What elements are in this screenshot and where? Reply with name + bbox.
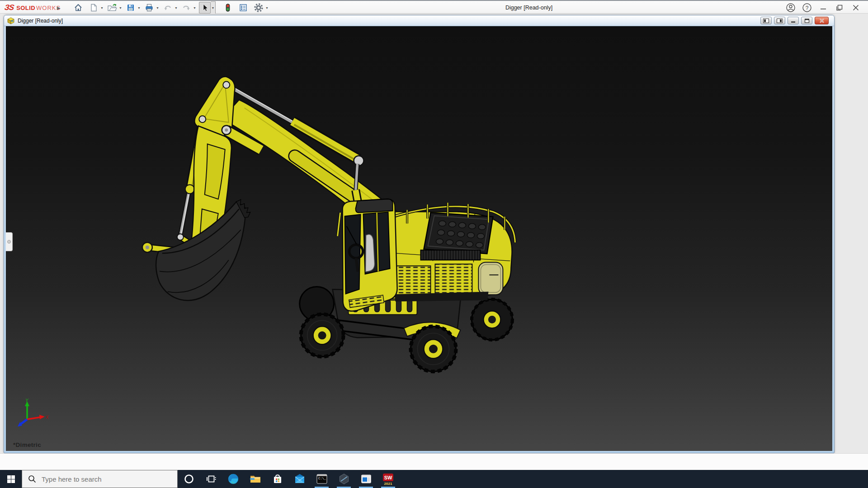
taskbar-item-cortana[interactable]	[178, 470, 200, 488]
file-properties-button[interactable]	[237, 2, 249, 14]
restore-icon	[835, 3, 844, 13]
gear-icon	[254, 3, 264, 13]
account-icon	[786, 3, 796, 13]
print-icon	[145, 3, 154, 12]
save-icon	[126, 3, 135, 12]
microsoft-store-icon	[272, 474, 283, 484]
traffic-light-icon	[223, 3, 232, 12]
taskbar-item-hexagon-app[interactable]	[333, 470, 355, 488]
minimize-button[interactable]	[816, 1, 830, 14]
assembly-document-icon	[7, 17, 15, 24]
quick-access-toolbar: ▼ ▼ ▼	[72, 1, 271, 14]
excavator-wheel-front-left[interactable]	[301, 314, 344, 357]
taskbar-item-window-app[interactable]	[355, 470, 377, 488]
help-button[interactable]: ?	[800, 1, 814, 14]
redo-button[interactable]	[180, 2, 192, 14]
search-input[interactable]	[42, 475, 164, 483]
splitter-handle-dot	[7, 240, 11, 244]
taskbar-item-solidworks[interactable]: SW 2021	[377, 470, 399, 488]
doc-restore-icon	[804, 19, 810, 23]
solidworks-app: ЗS SOLID WORKS ▶ ▼	[0, 0, 868, 488]
open-button[interactable]	[106, 2, 118, 14]
undo-dropdown[interactable]: ▼	[174, 2, 179, 14]
home-button[interactable]	[72, 2, 84, 14]
feature-tree-collapsed-tab[interactable]	[6, 232, 13, 251]
solidworks-2021-icon: SW 2021	[382, 473, 394, 485]
undo-button[interactable]	[162, 2, 174, 14]
document-titlebar[interactable]: Digger [Read-only]	[4, 15, 834, 26]
close-icon	[851, 3, 861, 13]
doc-close-button[interactable]	[815, 17, 829, 24]
cortana-icon	[184, 474, 194, 484]
pane-right-icon	[777, 19, 783, 23]
file-properties-icon	[239, 3, 248, 12]
solidworks-logo: ЗS SOLID WORKS	[5, 1, 61, 14]
save-dropdown[interactable]: ▼	[137, 2, 142, 14]
new-document-icon	[89, 3, 98, 12]
windows-logo-icon	[7, 475, 15, 483]
hexagon-app-icon	[338, 473, 350, 485]
taskbar-item-mail[interactable]	[288, 470, 311, 488]
toolbar-expand-arrow[interactable]: ▶	[57, 1, 61, 14]
select-dropdown[interactable]: ▼	[211, 1, 216, 14]
close-button[interactable]	[849, 1, 863, 14]
window-app-icon	[360, 473, 372, 485]
window-controls: ?	[784, 1, 868, 14]
help-icon: ?	[802, 3, 812, 13]
new-document-dropdown[interactable]: ▼	[99, 2, 104, 14]
taskbar-item-microsoft-store[interactable]	[266, 470, 288, 488]
select-button[interactable]	[199, 2, 211, 14]
open-dropdown[interactable]: ▼	[118, 2, 123, 14]
doc-restore-button[interactable]	[801, 17, 812, 24]
taskbar-item-edge[interactable]	[222, 470, 244, 488]
new-document-button[interactable]	[88, 2, 99, 14]
graphics-viewport[interactable]: Y X *Dimetric	[6, 26, 832, 451]
sw-icon-label: SW	[384, 474, 392, 480]
home-icon	[74, 3, 83, 12]
restore-button[interactable]	[833, 1, 846, 14]
pane-right-button[interactable]	[774, 17, 785, 24]
excavator-wheel-rear-right	[472, 299, 512, 340]
document-title: Digger [Read-only]	[18, 18, 63, 24]
doc-minimize-icon	[791, 19, 796, 23]
doc-minimize-button[interactable]	[788, 17, 799, 24]
taskbar-item-file-explorer[interactable]	[244, 470, 266, 488]
select-cursor-icon	[200, 3, 209, 12]
solidworks-logo-glyph: ЗS	[4, 3, 14, 12]
mail-icon	[294, 473, 306, 485]
excavator-wheel-front-right[interactable]	[411, 326, 456, 371]
save-button[interactable]	[125, 2, 137, 14]
document-window: Digger [Read-only]	[4, 15, 835, 453]
svg-text:?: ?	[806, 5, 809, 11]
taskbar-item-task-view[interactable]	[200, 470, 222, 488]
excavator-model[interactable]	[6, 26, 832, 451]
sw-icon-year: 2021	[384, 482, 392, 485]
taskbar-item-command-prompt[interactable]: C:\_	[311, 470, 333, 488]
open-icon	[107, 3, 117, 12]
taskbar-search[interactable]	[22, 470, 178, 488]
edge-icon	[227, 473, 239, 485]
print-button[interactable]	[143, 2, 155, 14]
redo-dropdown[interactable]: ▼	[192, 2, 197, 14]
undo-icon	[163, 3, 172, 12]
app-window-title: Digger [Read-only]	[461, 1, 597, 14]
account-button[interactable]	[784, 1, 797, 14]
command-prompt-icon: C:\_	[316, 473, 328, 485]
excavator-cab[interactable]	[338, 199, 397, 311]
app-titlebar: ЗS SOLID WORKS ▶ ▼	[0, 0, 868, 14]
view-orientation-label: *Dimetric	[13, 441, 41, 448]
taskbar-icons: C:\_	[178, 470, 399, 488]
pane-left-button[interactable]	[760, 17, 772, 24]
mdi-client-area: Digger [Read-only]	[0, 14, 868, 453]
pane-left-icon	[763, 19, 769, 23]
options-button[interactable]	[253, 2, 264, 14]
minimize-icon	[818, 3, 828, 13]
options-dropdown[interactable]: ▼	[264, 2, 269, 14]
start-button[interactable]	[0, 470, 22, 488]
triad-x-label: X	[45, 415, 49, 420]
orientation-triad: Y X	[12, 398, 49, 430]
rebuild-button[interactable]	[222, 2, 234, 14]
print-dropdown[interactable]: ▼	[155, 2, 160, 14]
triad-y-label: Y	[25, 398, 29, 403]
windows-taskbar: C:\_	[0, 470, 868, 488]
